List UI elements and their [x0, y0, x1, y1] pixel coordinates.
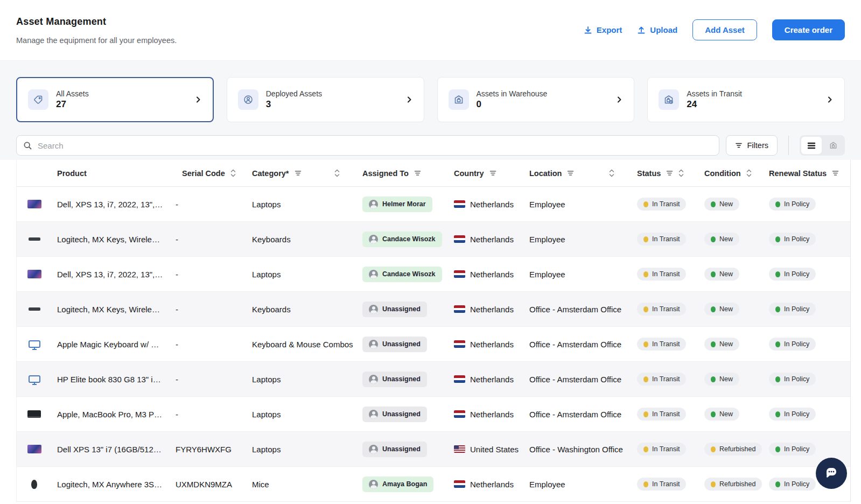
assignee-name: Unassigned [382, 340, 421, 348]
list-view-toggle[interactable] [801, 137, 822, 154]
assignee-badge[interactable]: Unassigned [362, 302, 427, 317]
status-dot [643, 411, 648, 417]
column-header[interactable]: Country [447, 169, 523, 178]
column-sort-icon[interactable] [230, 169, 236, 177]
serial-code-cell: FYRY6HWXFG [176, 445, 246, 454]
status-badge: In Transit [637, 478, 686, 491]
condition-label: Refurbished [719, 480, 755, 488]
table-body: Dell, XPS 13, i7, 2022, 13",… - Laptops … [17, 187, 851, 502]
category-cell: Laptops [246, 445, 356, 454]
status-label: In Transit [652, 410, 680, 418]
condition-cell: New [698, 373, 762, 386]
column-sort-icon[interactable] [678, 169, 684, 177]
column-filter-icon[interactable] [567, 170, 574, 176]
product-cell: Apple Magic Keyboard w/ … [52, 340, 176, 349]
page-header-text: Asset Management Manage the equipment fo… [16, 16, 177, 45]
condition-cell: New [698, 338, 762, 351]
column-header[interactable]: Category* [246, 169, 356, 178]
column-header[interactable]: Location [523, 169, 631, 178]
location-cell: Office - Amsterdam Office [523, 305, 631, 314]
table-row[interactable]: Dell, XPS 13, i7, 2022, 13",… - Laptops … [17, 257, 851, 292]
column-header[interactable]: Serial Code [176, 169, 246, 178]
assignee-name: Unassigned [382, 375, 421, 383]
status-cell: In Transit [631, 408, 698, 421]
assignee-badge[interactable]: Unassigned [362, 337, 427, 352]
status-dot [643, 341, 648, 347]
column-sort-icon[interactable] [746, 169, 752, 177]
column-header[interactable]: Assigned To [356, 169, 447, 178]
column-header[interactable]: Status [631, 169, 698, 178]
add-asset-button[interactable]: Add Asset [692, 19, 757, 40]
chevron-right-icon [615, 96, 623, 103]
table-row[interactable]: Logitech, MX Anywhere 3S… UXMDKN9MZA Mic… [17, 467, 851, 502]
content-band: All Assets 27 Deployed Assets 3 [0, 61, 861, 160]
chevron-right-icon [405, 96, 413, 103]
column-sort-icon[interactable] [334, 169, 340, 177]
upload-button[interactable]: Upload [637, 25, 677, 34]
condition-dot [711, 341, 716, 347]
condition-dot [711, 481, 716, 487]
stat-value: 3 [266, 99, 322, 110]
warehouse-view-toggle[interactable] [823, 137, 843, 154]
stat-card-all-assets[interactable]: All Assets 27 [16, 77, 214, 122]
assignee-name: Unassigned [382, 305, 421, 313]
table-header-row: Product Serial Code Category* Assigned T… [17, 160, 851, 187]
column-header[interactable]: Renewal Status [762, 169, 851, 178]
stat-value: 0 [477, 99, 548, 110]
renewal-badge: In Policy [769, 373, 816, 386]
create-order-button[interactable]: Create order [772, 19, 845, 40]
status-label: In Transit [652, 445, 680, 453]
status-cell: In Transit [631, 478, 698, 491]
table-row[interactable]: Apple Magic Keyboard w/ … - Keyboard & M… [17, 327, 851, 362]
export-button[interactable]: Export [584, 25, 622, 34]
location-cell: Office - Washington Office [523, 445, 631, 454]
table-row[interactable]: Apple, MacBook Pro, M3 P… - Laptops Unas… [17, 397, 851, 432]
condition-cell: New [698, 198, 762, 211]
filters-button[interactable]: Filters [726, 135, 778, 156]
assignee-badge[interactable]: Unassigned [362, 407, 427, 422]
stat-card-deployed-assets[interactable]: Deployed Assets 3 [227, 77, 424, 122]
chat-fab-button[interactable] [816, 458, 847, 489]
country-flag-icon [454, 305, 465, 313]
assignee-badge[interactable]: Amaya Bogan [362, 477, 433, 492]
status-label: In Transit [652, 270, 680, 278]
avatar-icon [369, 235, 378, 244]
assignee-name: Candace Wisozk [382, 235, 436, 243]
search-box[interactable] [16, 135, 719, 156]
serial-code-cell: - [176, 235, 246, 244]
column-filter-icon[interactable] [295, 170, 302, 176]
stat-card-assets-warehouse[interactable]: Assets in Warehouse 0 [437, 77, 635, 122]
condition-label: New [719, 375, 733, 383]
assignee-name: Unassigned [382, 445, 421, 453]
column-sort-icon[interactable] [609, 169, 614, 177]
search-input[interactable] [38, 141, 712, 150]
table-row[interactable]: Dell XPS 13" i7 (16GB/512… FYRY6HWXFG La… [17, 432, 851, 467]
assignee-badge[interactable]: Candace Wisozk [362, 267, 442, 282]
column-filter-icon[interactable] [414, 170, 421, 176]
renewal-label: In Policy [784, 375, 809, 383]
table-row[interactable]: Logitech, MX Keys, Wirele… - Keyboards U… [17, 292, 851, 327]
assignee-badge[interactable]: Unassigned [362, 372, 427, 387]
stat-card-assets-transit[interactable]: Assets in Transit 24 [647, 77, 845, 122]
category-cell: Mice [246, 480, 356, 489]
column-filter-icon[interactable] [666, 170, 673, 176]
assignee-badge[interactable]: Helmer Morar [362, 197, 432, 212]
avatar-icon [369, 480, 378, 489]
renewal-dot [775, 481, 780, 487]
renewal-status-cell: In Policy [762, 303, 851, 316]
table-row[interactable]: Logitech, MX Keys, Wirele… - Keyboards C… [17, 222, 851, 257]
column-filter-icon[interactable] [832, 170, 839, 176]
assigned-to-cell: Unassigned [356, 407, 447, 422]
assets-table: Product Serial Code Category* Assigned T… [16, 160, 851, 502]
assignee-badge[interactable]: Candace Wisozk [362, 232, 442, 247]
avatar-icon [369, 200, 378, 209]
column-header[interactable]: Condition [698, 169, 762, 178]
condition-badge: Refurbished [704, 478, 762, 491]
column-header[interactable]: Product [52, 169, 176, 178]
column-filter-icon[interactable] [489, 170, 496, 176]
country-cell: Netherlands [447, 235, 523, 244]
table-row[interactable]: HP Elite book 830 G8 13" i… - Laptops Un… [17, 362, 851, 397]
assignee-badge[interactable]: Unassigned [362, 442, 427, 457]
table-row[interactable]: Dell, XPS 13, i7, 2022, 13",… - Laptops … [17, 187, 851, 222]
list-view-icon [807, 142, 816, 149]
